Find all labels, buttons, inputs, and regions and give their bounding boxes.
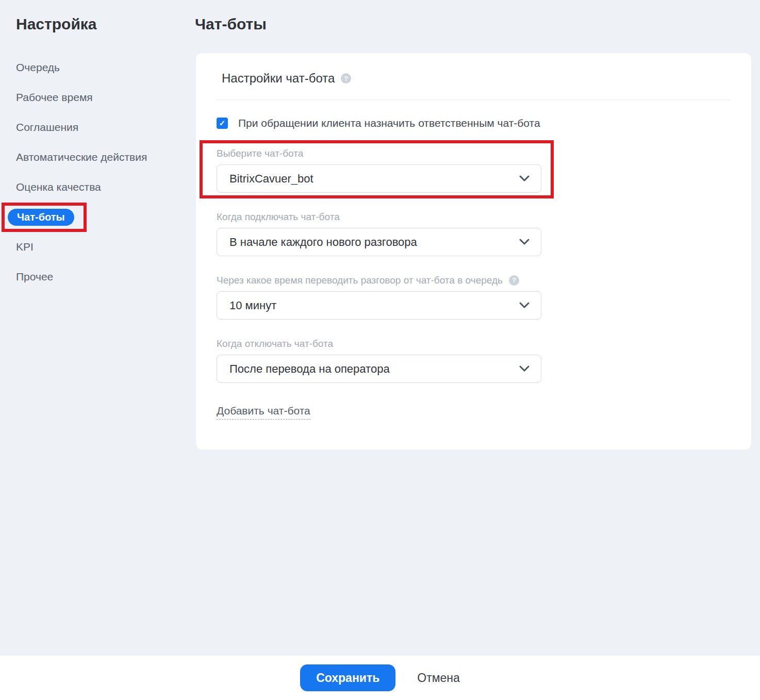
sidebar-item-queue[interactable]: Очередь <box>16 53 186 82</box>
chevron-down-icon <box>519 365 530 372</box>
chevron-down-icon <box>519 175 530 182</box>
divider <box>217 99 731 100</box>
select-bot-value: BitrixCavuer_bot <box>229 172 313 186</box>
help-icon[interactable]: ? <box>341 73 351 84</box>
sidebar-item-kpi[interactable]: KPI <box>16 232 186 262</box>
cancel-button[interactable]: Отмена <box>417 671 460 685</box>
when-connect-label: Когда подключать чат-бота <box>217 211 731 223</box>
sidebar-nav: Очередь Рабочее время Соглашения Автомат… <box>16 53 186 292</box>
assign-bot-checkbox[interactable]: ✓ <box>217 118 228 129</box>
main-content: Чат-боты Настройки чат-бота ? ✓ При обра… <box>195 14 751 449</box>
sidebar-item-other[interactable]: Прочее <box>16 262 186 292</box>
sidebar-item-quality-rating[interactable]: Оценка качества <box>16 172 186 202</box>
save-button[interactable]: Сохранить <box>300 664 395 691</box>
sidebar-item-chat-bots[interactable]: Чат-боты <box>16 202 186 232</box>
transfer-time-value: 10 минут <box>229 299 276 312</box>
assign-bot-checkbox-label: При обращении клиента назначить ответств… <box>238 117 540 129</box>
when-connect-dropdown[interactable]: В начале каждого нового разговора <box>217 228 541 256</box>
active-item-pill: Чат-боты <box>8 209 74 226</box>
sidebar-item-agreements[interactable]: Соглашения <box>16 112 186 142</box>
footer-bar: Сохранить Отмена <box>0 656 760 700</box>
section-title: Настройки чат-бота <box>222 71 335 86</box>
select-bot-label: Выберите чат-бота <box>217 148 731 159</box>
sidebar-item-working-hours[interactable]: Рабочее время <box>16 82 186 112</box>
page-title: Чат-боты <box>195 14 751 34</box>
when-disconnect-dropdown[interactable]: После перевода на оператора <box>217 355 541 383</box>
help-icon[interactable]: ? <box>509 275 519 286</box>
when-disconnect-label: Когда отключать чат-бота <box>217 338 731 349</box>
sidebar-title: Настройка <box>16 14 186 34</box>
chatbot-settings-card: Настройки чат-бота ? ✓ При обращении кли… <box>196 53 751 449</box>
select-bot-dropdown[interactable]: BitrixCavuer_bot <box>217 164 541 193</box>
chevron-down-icon <box>519 302 530 309</box>
when-connect-value: В начале каждого нового разговора <box>229 236 417 249</box>
sidebar-item-automatic-actions[interactable]: Автоматические действия <box>16 142 186 172</box>
settings-sidebar: Настройка Очередь Рабочее время Соглашен… <box>16 14 186 292</box>
chevron-down-icon <box>519 239 530 245</box>
when-disconnect-value: После перевода на оператора <box>229 362 390 376</box>
transfer-time-dropdown[interactable]: 10 минут <box>217 291 541 320</box>
add-chatbot-link[interactable]: Добавить чат-бота <box>217 405 310 420</box>
transfer-time-label: Через какое время переводить разговор от… <box>217 275 731 286</box>
assign-bot-checkbox-row: ✓ При обращении клиента назначить ответс… <box>217 117 731 129</box>
